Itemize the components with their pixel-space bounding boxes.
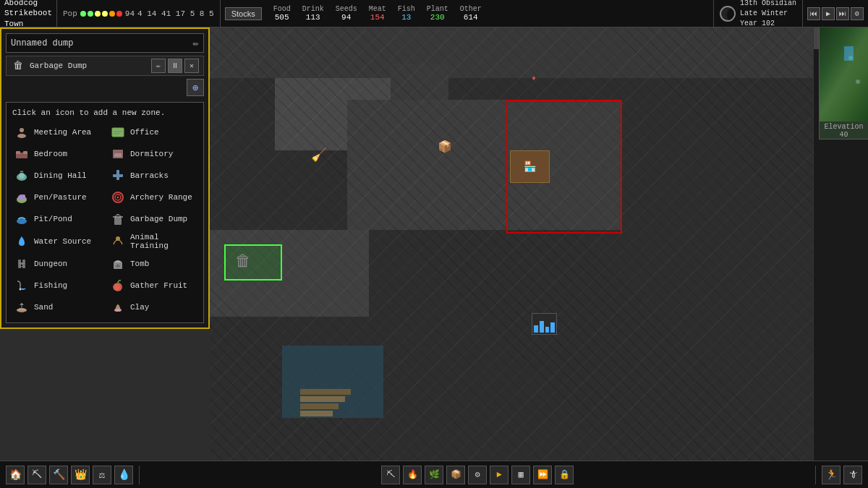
add-zone-area: ⊕ [6,79,204,96]
zone-type-meeting-area[interactable]: Meeting Area [12,123,101,142]
svg-point-29 [113,283,120,291]
zone-type-dining-hall[interactable]: Dining Hall [12,166,101,185]
bottom-center-buttons: ⛏ 🔥 🌿 📦 ⚙ ► ▦ ⏩ 🔒 [140,466,815,484]
minimap-view [820,27,868,121]
zone-type-tomb[interactable]: Tomb [109,254,197,273]
zone-type-bedroom[interactable]: Bedroom [12,145,101,163]
zone-type-dormitory[interactable]: Dormitory [109,145,197,163]
barracks-label: Barracks [130,171,169,180]
elevation-display: Elevation 40 [820,121,868,140]
bottom-btn-water[interactable]: 💧 [114,466,133,484]
zone-edit-icon[interactable]: ✏ [193,37,199,49]
svg-rect-6 [16,151,20,154]
svg-point-11 [19,173,25,179]
game-obj-stats [532,313,557,335]
svg-point-16 [22,194,25,197]
zone-type-animal-training[interactable]: Animal Training [109,231,197,252]
pop-dot-green2 [88,11,93,17]
pop-total: 94 [125,9,135,18]
svg-rect-3 [114,131,122,132]
zone-type-water-source[interactable]: Water Source [12,231,101,252]
gather-fruit-label: Gather Fruit [130,281,187,290]
ctrl-btn-3[interactable]: ⏭ [836,7,849,20]
bottom-btn-home[interactable]: 🏠 [6,466,25,484]
pit-pond-label: Pit/Pond [34,215,72,223]
center-btn-fast-forward[interactable]: ⏩ [533,466,552,484]
game-obj-furniture-1: 🏪 [510,150,550,183]
center-btn-lock[interactable]: 🔒 [555,466,574,484]
zone-type-archery-range[interactable]: Archery Range [109,188,197,207]
bottom-btn-build[interactable]: 🔨 [49,466,68,484]
bottom-btn-run[interactable]: 🏃 [822,466,841,484]
garbage-dump-type-label: Garbage Dump [130,215,187,223]
drink-value: 113 [302,13,324,22]
svg-rect-13 [113,174,123,177]
stocks-button[interactable]: Stocks [225,7,262,20]
fish-label: Fish [398,5,415,13]
pen-pasture-icon [14,189,30,205]
add-zone-button[interactable]: ⊕ [187,79,204,96]
dungeon-label: Dungeon [34,260,67,268]
zone-type-office[interactable]: Office [109,123,197,142]
office-label: Office [130,128,159,137]
pen-pasture-label: Pen/Pasture [34,193,87,202]
sand-label: Sand [34,303,53,312]
pop-icons [80,11,122,17]
game-obj-broom: 🧹 [311,147,327,163]
zone-action-pause[interactable]: ⏸ [168,59,182,73]
bottom-btn-noble[interactable]: 👑 [71,466,90,484]
svg-point-19 [117,197,119,199]
center-btn-plant[interactable]: 🌿 [425,466,443,484]
ctrl-btn-4[interactable]: ⚙ [851,7,864,20]
bottom-btn-dig[interactable]: ⛏ [27,466,46,484]
zone-action-edit[interactable]: ✏ [151,59,166,73]
center-btn-grid[interactable]: ▦ [511,466,530,484]
fort-info: AbodcogStrikebootTown [0,0,57,27]
sand-icon [14,299,30,315]
resource-plant: Plant 230 [427,5,448,22]
plant-value: 230 [427,13,448,22]
water-source-icon [14,234,30,249]
boundary-bottom [506,232,622,234]
resource-food: Food 505 [273,5,291,22]
animal-training-icon [110,234,126,249]
archery-range-icon [110,189,126,205]
meat-label: Meat [369,5,386,13]
zone-item-actions: ✏ ⏸ ✕ [151,59,199,73]
zone-type-fishing[interactable]: Fishing [12,276,101,295]
zone-type-barracks[interactable]: Barracks [109,166,197,185]
zone-item-garbage-dump: 🗑 Garbage Dump ✏ ⏸ ✕ [6,56,204,76]
zone-type-gather-fruit[interactable]: Gather Fruit [109,276,197,295]
scroll-thumb[interactable] [814,27,819,49]
center-btn-pickaxe[interactable]: ⛏ [381,466,400,484]
ctrl-btn-1[interactable]: ⏮ [807,7,820,20]
zone-type-garbage-dump[interactable]: Garbage Dump [109,210,197,228]
other-value: 614 [460,13,482,22]
dump-zone-highlight [224,244,282,281]
zone-types-grid: Meeting Area Office Bedroom [12,123,197,317]
center-btn-fire[interactable]: 🔥 [403,466,422,484]
ctrl-btn-2[interactable]: ▶ [822,7,835,20]
zone-type-sand[interactable]: Sand [12,298,101,317]
zone-type-clay[interactable]: Clay [109,298,197,317]
scroll-bar[interactable] [813,27,819,461]
bottom-bar: 🏠 ⛏ 🔨 👑 ⚖ 💧 ⛏ 🔥 🌿 📦 ⚙ ► ▦ ⏩ 🔒 🏃 🗡 [0,461,868,488]
resource-meat: Meat 154 [369,5,386,22]
population-section: Pop 94 4 14 41 17 5 8 5 [57,0,221,27]
center-btn-arrow-right[interactable]: ► [490,466,509,484]
bottom-btn-sword[interactable]: 🗡 [843,466,862,484]
minimap[interactable]: Elevation 40 [819,27,868,140]
main-floor [347,100,622,230]
zone-type-dungeon[interactable]: Dungeon [12,254,101,273]
dormitory-label: Dormitory [130,150,173,158]
food-value: 505 [273,13,291,22]
zone-action-delete[interactable]: ✕ [184,59,199,73]
zone-type-pit-pond[interactable]: Pit/Pond [12,210,101,228]
clay-icon [110,299,126,315]
center-btn-box[interactable]: 📦 [446,466,465,484]
bottom-btn-justice[interactable]: ⚖ [93,466,111,484]
moon-icon [720,6,736,22]
zone-type-pen-pasture[interactable]: Pen/Pasture [12,188,101,207]
center-btn-gear[interactable]: ⚙ [468,466,487,484]
other-label: Other [460,5,482,13]
